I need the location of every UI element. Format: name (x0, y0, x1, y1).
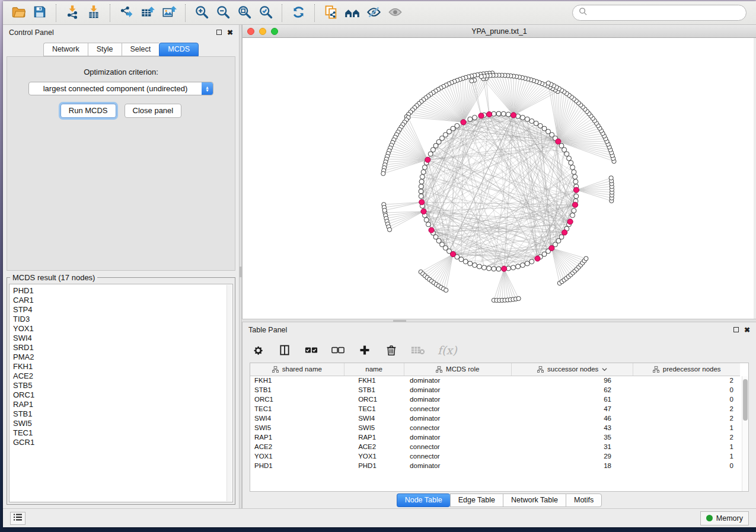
first-neighbors-button[interactable] (342, 3, 363, 23)
mcds-hub-node[interactable] (419, 200, 425, 205)
mcds-hub-node[interactable] (511, 113, 516, 118)
network-node[interactable] (419, 194, 423, 198)
network-node[interactable] (473, 263, 477, 268)
search-input[interactable] (591, 8, 740, 17)
mcds-result-item[interactable]: RAP1 (13, 400, 232, 409)
add-icon[interactable] (358, 343, 372, 357)
tab-style[interactable]: Style (88, 43, 122, 56)
network-leaf-node[interactable] (609, 176, 613, 180)
zoom-in-button[interactable] (191, 3, 212, 23)
network-node[interactable] (520, 115, 525, 120)
network-leaf-node[interactable] (479, 75, 483, 79)
zoom-fit-button[interactable] (234, 3, 255, 23)
table-cell[interactable]: 47 (511, 404, 633, 414)
table-cell[interactable]: connector (404, 442, 511, 451)
table-cell[interactable]: dominator (404, 395, 511, 404)
duplicate-network-button[interactable] (320, 3, 342, 23)
table-cell[interactable]: TEC1 (250, 404, 344, 414)
splitter-grip[interactable] (393, 320, 406, 322)
table-cell[interactable]: STB1 (250, 385, 344, 395)
table-cell[interactable]: RAP1 (344, 432, 404, 442)
table-cell[interactable]: FKH1 (250, 376, 344, 385)
table-cell[interactable]: ORC1 (250, 395, 344, 404)
network-node[interactable] (419, 189, 423, 194)
table-cell[interactable]: 0 (633, 385, 740, 395)
table-row[interactable]: YOX1YOX1connector291 (250, 451, 740, 461)
refresh-button[interactable] (288, 3, 309, 23)
open-button[interactable] (8, 3, 29, 23)
network-node[interactable] (468, 117, 473, 121)
mcds-hub-node[interactable] (572, 202, 578, 207)
network-node[interactable] (564, 152, 569, 156)
table-cell[interactable]: 1 (633, 423, 740, 432)
network-node[interactable] (468, 261, 473, 266)
network-node[interactable] (430, 148, 435, 152)
network-node[interactable] (424, 217, 429, 222)
network-titlebar[interactable]: YPA_prune.txt_1 (243, 25, 756, 38)
network-node[interactable] (573, 180, 578, 184)
mcds-hub-node[interactable] (450, 251, 455, 257)
table-row[interactable]: RAP1RAP1dominator352 (250, 432, 740, 442)
table-cell[interactable]: connector (404, 423, 511, 432)
network-node[interactable] (463, 259, 468, 264)
table-cell[interactable]: dominator (404, 376, 511, 385)
criterion-dropdown[interactable]: largest connected component (undirected)… (28, 82, 213, 95)
mcds-result-item[interactable]: ACE2 (13, 371, 232, 381)
save-button[interactable] (29, 3, 50, 23)
tab-motifs[interactable]: Motifs (566, 493, 602, 507)
close-panel-icon[interactable]: ✖ (227, 29, 233, 36)
network-node[interactable] (534, 121, 538, 126)
table-cell[interactable]: dominator (404, 385, 511, 395)
column-name[interactable]: name (344, 363, 404, 376)
mcds-result-item[interactable]: YOX1 (13, 324, 232, 334)
column-predecessor-nodes[interactable]: predecessor nodes (633, 363, 740, 376)
mcds-result-item[interactable]: STB5 (13, 381, 232, 390)
network-node[interactable] (492, 267, 496, 271)
tab-node-table[interactable]: Node Table (397, 493, 450, 507)
network-node[interactable] (516, 264, 521, 269)
network-node[interactable] (525, 261, 529, 266)
table-cell[interactable]: 35 (511, 432, 633, 442)
table-cell[interactable]: SWI4 (344, 414, 404, 423)
table-row[interactable]: FKH1FKH1dominator962 (250, 376, 740, 385)
table-cell[interactable]: SWI5 (344, 423, 404, 432)
column-shared-name[interactable]: shared name (250, 363, 344, 376)
search-field[interactable] (572, 5, 747, 21)
network-node[interactable] (487, 266, 492, 271)
table-cell[interactable]: 0 (633, 461, 740, 470)
table-scrollbar-thumb[interactable] (743, 379, 748, 421)
network-node[interactable] (572, 209, 576, 213)
mcds-hub-node[interactable] (567, 219, 573, 225)
mcds-list-scrollbar[interactable] (227, 285, 232, 501)
table-cell[interactable]: PHD1 (344, 461, 404, 470)
memory-button[interactable]: Memory (700, 511, 749, 525)
network-node[interactable] (569, 161, 573, 165)
network-node[interactable] (525, 117, 529, 121)
network-node[interactable] (501, 111, 506, 116)
table-cell[interactable]: TEC1 (344, 404, 404, 414)
table-cell[interactable]: 43 (511, 423, 633, 432)
table-row[interactable]: ORC1ORC1dominator610 (250, 395, 740, 404)
horizontal-splitter[interactable] (242, 319, 756, 322)
network-canvas[interactable] (243, 38, 754, 319)
network-node[interactable] (421, 169, 426, 174)
table-cell[interactable]: PHD1 (250, 461, 344, 470)
table-cell[interactable]: 18 (511, 461, 633, 470)
network-node[interactable] (538, 123, 543, 128)
network-node[interactable] (570, 165, 575, 170)
table-cell[interactable]: FKH1 (344, 376, 404, 385)
mcds-hub-node[interactable] (479, 113, 484, 118)
mcds-result-item[interactable]: PMA2 (13, 352, 232, 362)
network-node[interactable] (426, 222, 430, 227)
table-cell[interactable]: 2 (633, 432, 740, 442)
network-node[interactable] (529, 118, 534, 123)
table-cell[interactable]: 1 (633, 451, 740, 461)
network-node[interactable] (422, 165, 427, 170)
table-cell[interactable]: SWI4 (250, 414, 344, 423)
table-cell[interactable]: connector (404, 404, 511, 414)
table-cell[interactable]: 2 (633, 404, 740, 414)
mcds-result-item[interactable]: TEC1 (13, 428, 232, 438)
table-cell[interactable]: SWI5 (250, 423, 344, 432)
table-cell[interactable]: STB1 (344, 385, 404, 395)
table-cell[interactable]: connector (404, 451, 511, 461)
